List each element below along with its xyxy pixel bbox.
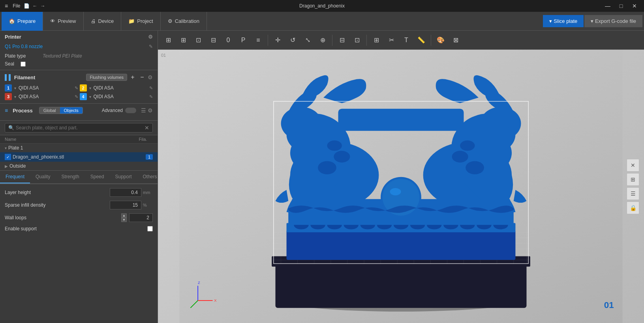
tab-speed[interactable]: Speed <box>85 171 110 183</box>
search-clear-icon[interactable]: ✕ <box>145 125 149 131</box>
tab-prepare[interactable]: 🏠 Prepare <box>2 12 43 31</box>
object-row-dragon[interactable]: ✓ Dragon_and_phoenix.stl 1 <box>0 152 158 162</box>
toolbar-split-icon[interactable]: ⊞ <box>369 33 383 47</box>
wall-loops-down[interactable]: ▼ <box>121 218 127 222</box>
filament-edit-4[interactable]: ✎ <box>149 94 153 99</box>
toolbar-snap-icon[interactable]: ⊕ <box>315 33 330 47</box>
side-lock-button[interactable]: 🔒 <box>627 202 639 214</box>
global-toggle-button[interactable]: Global <box>39 107 60 114</box>
toolbar-num-icon[interactable]: 0 <box>221 33 235 47</box>
filament-name-1[interactable]: QIDI ASA <box>19 85 73 91</box>
close-button[interactable]: ✕ <box>628 0 641 12</box>
scene-svg: Z X 01 <box>158 50 644 323</box>
file-menu[interactable]: File <box>13 3 20 9</box>
object-list: Name Fila. ▾ Plate 1 ✓ Dragon_and_phoeni… <box>0 135 158 171</box>
process-section: ≡ Process Global Objects Advanced ☰ ⚙ <box>0 104 158 121</box>
side-close-button[interactable]: ✕ <box>627 159 639 172</box>
main-area: Printer ⚙ Q1 Pro 0.8 nozzle ✎ Plate type… <box>0 31 644 323</box>
toolbar-menu-icon[interactable]: ≡ <box>251 33 265 47</box>
maximize-button[interactable]: □ <box>615 0 627 12</box>
filament-edit-3[interactable]: ✎ <box>75 94 78 99</box>
tab-frequent[interactable]: Frequent <box>0 171 30 183</box>
toolbar-orient-icon[interactable]: ⊟ <box>335 33 349 47</box>
filament-expand-1: ▾ <box>14 86 16 90</box>
process-section-title: Process <box>13 108 33 114</box>
forward-icon[interactable]: → <box>41 3 45 9</box>
filament-name-2[interactable]: QIDI ASA <box>94 85 148 91</box>
enable-support-checkbox[interactable] <box>147 226 153 232</box>
tab-calibration[interactable]: ⚙ Calibration <box>161 12 207 31</box>
wall-loops-input[interactable] <box>129 213 153 222</box>
advanced-switch[interactable] <box>125 108 136 113</box>
process-settings-icon[interactable]: ⚙ <box>148 107 153 114</box>
slice-plate-button[interactable]: ▾ Slice plate <box>543 15 584 27</box>
plate-type-value[interactable]: Textured PEI Plate <box>43 53 82 59</box>
menu-icon[interactable]: ≡ <box>3 3 9 9</box>
filament-edit-2[interactable]: ✎ <box>149 86 153 91</box>
layer-height-unit: mm <box>143 190 153 195</box>
prepare-label: Prepare <box>17 18 36 24</box>
tab-strength[interactable]: Strength <box>56 171 84 183</box>
filament-grid: 1 ▾ QIDI ASA ✎ 2 ▾ QIDI ASA ✎ 3 ▾ QIDI A… <box>5 84 153 100</box>
add-filament-button[interactable]: + <box>129 73 137 81</box>
tab-preview[interactable]: 👁 Preview <box>43 12 83 31</box>
svg-point-56 <box>334 151 350 162</box>
filament-section: ▌▌ Filament Flushing volumes + − ⚙ 1 ▾ Q… <box>0 70 158 104</box>
search-input[interactable] <box>16 125 143 131</box>
device-label: Device <box>98 18 114 24</box>
filament-name-4[interactable]: QIDI ASA <box>94 94 148 99</box>
side-view-button[interactable]: ⊞ <box>627 173 639 186</box>
toolbar-cut-icon[interactable]: ✂ <box>384 33 398 47</box>
svg-point-60 <box>460 140 475 151</box>
toolbar-add-icon[interactable]: ⊞ <box>161 33 175 47</box>
minimize-button[interactable]: — <box>601 0 614 12</box>
filament-settings-icon[interactable]: ⚙ <box>148 74 153 80</box>
filament-num-4: 4 <box>80 93 87 100</box>
toolbar-measure-icon[interactable]: 📏 <box>414 33 428 47</box>
filament-section-title: Filament <box>14 75 35 80</box>
filament-expand-4: ▾ <box>89 95 91 99</box>
toolbar-support-icon[interactable]: ⊠ <box>449 33 463 47</box>
remove-filament-button[interactable]: − <box>138 73 146 81</box>
toolbar-align-icon[interactable]: ⊟ <box>206 33 220 47</box>
process-list-icon[interactable]: ☰ <box>141 107 146 114</box>
toolbar-auto-icon[interactable]: ⊡ <box>191 33 205 47</box>
layer-height-input[interactable] <box>110 188 141 197</box>
tab-others[interactable]: Others <box>137 171 158 183</box>
plate-item-1[interactable]: ▾ Plate 1 <box>0 144 158 152</box>
toolbar-text-icon[interactable]: T <box>399 33 413 47</box>
filament-num-2: 2 <box>80 84 87 91</box>
back-icon[interactable]: ← <box>33 3 38 9</box>
filament-edit-1[interactable]: ✎ <box>75 86 78 91</box>
toolbar-plate-icon[interactable]: P <box>236 33 250 47</box>
filament-item-2: 2 ▾ QIDI ASA ✎ <box>80 84 153 91</box>
tab-quality[interactable]: Quality <box>30 171 56 183</box>
object-check[interactable]: ✓ <box>5 154 11 160</box>
tab-device[interactable]: 🖨 Device <box>84 12 122 31</box>
sparse-infill-input[interactable] <box>110 201 141 209</box>
viewport[interactable]: Z X 01 ✕ ⊞ ☰ 🔒 01 <box>158 50 644 323</box>
toolbar-move-icon[interactable]: ✛ <box>270 33 285 47</box>
outside-row[interactable]: ▶ Outside <box>0 162 158 170</box>
list-col-fila: Fila. <box>133 137 153 142</box>
side-layers-button[interactable]: ☰ <box>627 187 639 200</box>
seal-checkbox[interactable] <box>21 62 26 67</box>
tab-project[interactable]: 📁 Project <box>121 12 160 31</box>
wall-loops-up[interactable]: ▲ <box>121 213 127 218</box>
filament-name-3[interactable]: QIDI ASA <box>19 94 73 99</box>
printer-settings-icon[interactable]: ⚙ <box>148 34 153 40</box>
tab-support[interactable]: Support <box>109 171 137 183</box>
svg-point-59 <box>452 151 468 162</box>
toolbar-scale-icon[interactable]: ⤡ <box>300 33 315 47</box>
navbar: 🏠 Prepare 👁 Preview 🖨 Device 📁 Project ⚙… <box>0 12 644 31</box>
printer-edit-icon[interactable]: ✎ <box>149 44 153 49</box>
export-gcode-label: Export G-code file <box>595 18 636 24</box>
objects-toggle-button[interactable]: Objects <box>60 107 83 114</box>
toolbar-color-icon[interactable]: 🎨 <box>434 33 448 47</box>
toolbar-grid-icon[interactable]: ⊞ <box>176 33 190 47</box>
toolbar-rotate-icon[interactable]: ↺ <box>285 33 300 47</box>
export-gcode-button[interactable]: ▾ Export G-code file <box>584 15 642 27</box>
toolbar-place-icon[interactable]: ⊡ <box>350 33 364 47</box>
prepare-icon: 🏠 <box>9 18 15 24</box>
flushing-volumes-button[interactable]: Flushing volumes <box>86 74 127 81</box>
